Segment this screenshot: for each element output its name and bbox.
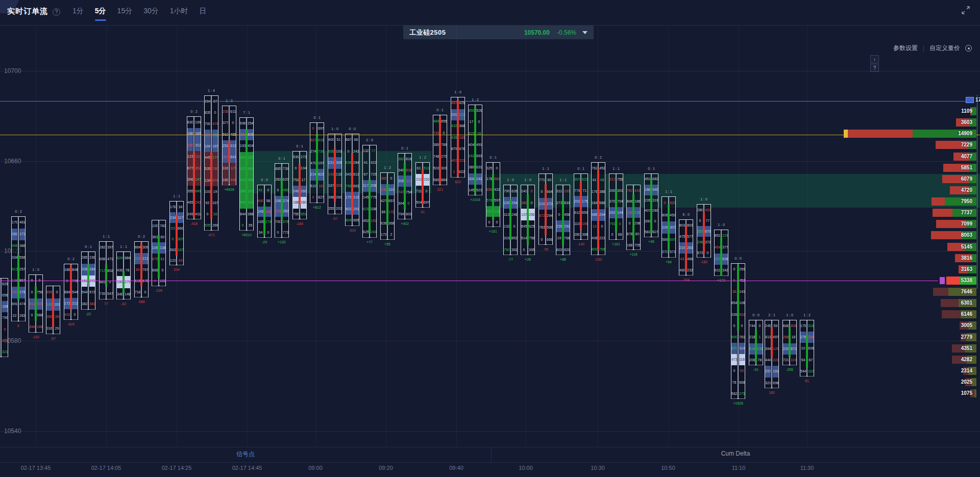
footprint-cell: 321	[2, 346, 8, 358]
candle-body	[35, 286, 37, 321]
pane-signal-label[interactable]: 信号点	[236, 450, 255, 459]
footprint-cell: 60	[634, 229, 640, 239]
footprint-cell: 92	[739, 365, 745, 376]
candle-ratio-label: 0 : 2	[67, 257, 75, 261]
profile-value-label: 6146	[930, 310, 972, 318]
footprint-cell: 779	[574, 185, 580, 196]
footprint-cell: 153	[371, 215, 376, 227]
footprint-cell: 2741	[283, 196, 288, 207]
footprint-candle: 6550183816163503931629	[46, 286, 60, 334]
grid-line-h	[0, 341, 980, 341]
footprint-cell: 905	[240, 197, 246, 208]
tab-15分[interactable]: 15分	[117, 7, 133, 20]
candle-body	[580, 182, 582, 230]
footprint-cell: 1367	[381, 184, 386, 195]
footprint-cell: 1692	[195, 128, 201, 139]
footprint-cell: 222	[773, 355, 778, 366]
footprint-candle: 9106905824581423165274340	[257, 185, 272, 238]
candle-wick	[1, 279, 2, 357]
footprint-cell: 1974	[212, 141, 218, 152]
candle-delta-label: -239	[155, 289, 162, 292]
footprint-cell: 18	[791, 332, 796, 343]
tab-5分[interactable]: 5分	[95, 7, 106, 20]
candle-body	[263, 205, 265, 235]
candle-delta-label: +1016	[470, 198, 480, 202]
footprint-cell: 2574	[697, 226, 703, 237]
footprint-cell: 0	[107, 277, 113, 288]
tab-1分[interactable]: 1分	[72, 7, 84, 20]
footprint-cell: 1167	[223, 163, 228, 174]
footprint-cell: 176	[592, 186, 597, 198]
footprint-cell: 165	[258, 217, 263, 228]
footprint-cell: 879	[451, 143, 457, 155]
footprint-cell: 675	[152, 254, 158, 265]
profile-value-label: 5145	[930, 243, 972, 251]
footprint-cell: 985	[592, 209, 597, 221]
candle-body	[386, 184, 388, 225]
footprint-cell: 571	[670, 246, 675, 258]
help-icon[interactable]: ?	[53, 8, 60, 16]
footprint-cell: 879	[705, 226, 710, 237]
footprint-cell: 544	[72, 287, 78, 298]
candle-ratio-label: 0 : 0	[734, 257, 742, 260]
profile-sell-segment	[848, 130, 913, 138]
footprint-cell: 833	[564, 197, 570, 209]
footprint-cell: 77	[371, 145, 376, 157]
candle-ratio-label: 1 : 0	[454, 90, 461, 94]
grid-line-h	[0, 431, 980, 432]
footprint-cell: 915	[37, 298, 42, 310]
footprint-cell: 1679	[248, 186, 253, 197]
footprint-cell: 911	[29, 298, 35, 310]
footprint-cell: 1912	[773, 366, 778, 377]
footprint-cell: 539	[293, 152, 299, 163]
footprint-cell: 2499	[293, 186, 299, 197]
footprint-cell: 622	[459, 166, 464, 178]
footprint-cell: 230	[89, 252, 95, 264]
candle-delta-label: -629	[67, 322, 75, 326]
pane-cumdelta-label[interactable]: Cum Delta	[721, 450, 750, 457]
footprint-cell: 452	[670, 209, 675, 221]
tab-日[interactable]: 日	[200, 7, 207, 20]
footprint-cell: 820	[564, 244, 570, 256]
candle-delta-label: +402	[401, 222, 409, 225]
footprint-cell: 1345	[205, 175, 210, 186]
footprint-cell: 748	[433, 150, 439, 162]
footprint-cell: 693	[476, 150, 482, 162]
candle-body	[70, 265, 72, 310]
right-axis-line	[977, 95, 977, 289]
candle-delta-label: -95	[543, 247, 548, 251]
footprint-candle: 2823976584717178028810739547	[99, 241, 113, 299]
candle-body	[334, 148, 336, 202]
candle-delta-label: +118	[629, 253, 637, 256]
footprint-cell: 752	[293, 174, 299, 186]
footprint-cell: 474	[212, 118, 218, 130]
footprint-cell: 304	[398, 198, 404, 209]
footprint-cell: 0	[388, 173, 394, 184]
footprint-cell: 388	[248, 209, 253, 220]
footprint-cell: 2635	[609, 207, 615, 218]
footprint-cell: 273	[556, 197, 562, 209]
collapse-icon[interactable]	[961, 5, 971, 15]
candle-ratio-label: 1 : 0	[786, 313, 793, 317]
footprint-cell: 280	[574, 229, 580, 240]
footprint-cell: 338	[371, 204, 376, 215]
profile-value-label: 14909	[930, 130, 972, 138]
footprint-cell: 132	[504, 220, 509, 232]
footprint-cell: 0	[265, 228, 271, 238]
footprint-cell: 1269	[494, 206, 500, 217]
footprint-cell: 2083	[82, 264, 87, 275]
tab-1小时[interactable]: 1小时	[170, 7, 188, 20]
footprint-cell: 615	[135, 275, 140, 287]
candle-delta-label: +6010	[241, 233, 252, 237]
footprint-candle: 8595261708291840449124269338963130942426…	[468, 105, 482, 195]
footprint-cell: 668	[739, 377, 745, 388]
footprint-cell: 193	[564, 185, 570, 197]
footprint-cell: 245	[765, 320, 771, 332]
footprint-cell: 698	[240, 118, 246, 129]
footprint-cell: 386	[599, 186, 605, 198]
footprint-cell: 0	[152, 275, 158, 287]
footprint-cell: 0	[556, 209, 562, 220]
tab-30分[interactable]: 30分	[143, 7, 159, 20]
candle-delta-label: 41	[421, 210, 425, 214]
footprint-cell: 739	[100, 288, 105, 300]
